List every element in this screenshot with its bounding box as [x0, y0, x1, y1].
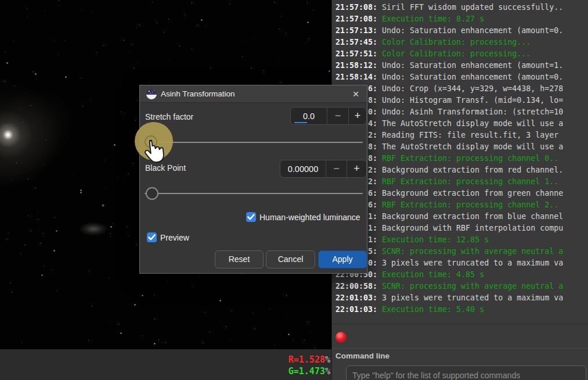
log-message: SCNR: processing with average neutral a — [382, 247, 563, 256]
log-line: 21:57:08: Execution time: 8.27 s — [336, 13, 588, 25]
log-message: 3 pixels were truncated to a maximum va — [382, 259, 563, 267]
log-timestamp: 21:57:45: — [336, 37, 377, 48]
log-message: Background extraction from blue channel — [382, 212, 563, 221]
pixel-rgb-readout: R=1.528% G=1.473% — [288, 354, 330, 377]
preview-checkbox[interactable] — [147, 232, 157, 242]
red-value: R=1.528 — [288, 354, 325, 365]
reset-button[interactable]: Reset — [215, 250, 264, 268]
log-message: Background with RBF interpolation compu — [382, 224, 563, 232]
human-weighted-label[interactable]: Human-weighted luminance — [259, 213, 360, 222]
log-message: SCNR: processing with average neutral a — [382, 282, 563, 291]
log-message: Siril FFT wisdom updated successfully.. — [382, 3, 563, 12]
human-weighted-checkbox[interactable] — [246, 212, 256, 222]
log-message: Background extraction from red channel. — [382, 166, 563, 174]
asinh-transformation-dialog: Asinh Transformation × Stretch factor 0.… — [139, 85, 367, 274]
green-value: G=1.473 — [288, 366, 325, 377]
log-line: 0: 3 pixels were truncated to a maximum … — [336, 257, 588, 269]
black-point-minus-button[interactable]: − — [326, 160, 347, 177]
log-line: 21:58:14: Undo: Saturation enhancement (… — [336, 71, 588, 83]
stretch-slider-track[interactable] — [145, 142, 363, 143]
faint-galaxy — [73, 218, 114, 239]
red-value-line: R=1.528% — [288, 354, 330, 365]
log-line: 5: SCNR: processing with average neutral… — [336, 246, 588, 257]
log-line: 1: Background extraction from blue chann… — [336, 211, 588, 223]
viewer-statusbar: R=1.528% G=1.473% — [0, 349, 331, 380]
siril-window: R=1.528% G=1.473% 21:57:08: Siril FFT wi… — [0, 0, 588, 380]
bright-stars-layer — [0, 0, 1, 1]
log-timestamp: 21:57:08: — [336, 2, 377, 13]
black-point-plus-button[interactable]: + — [347, 160, 366, 177]
log-line: 8: The AutoStretch display mode will use… — [336, 141, 588, 153]
stretch-factor-label: Stretch factor — [145, 112, 193, 121]
log-line: 6: RBF Extraction: processing channel 2.… — [336, 199, 588, 211]
log-line: 4: The AutoStretch display mode will use… — [336, 118, 588, 130]
log-message: Undo: Saturation enhancement (amount=0. — [382, 73, 563, 81]
hand-cursor-icon — [141, 137, 168, 170]
log-message: Reading FITS: file result.fit, 3 layer — [382, 131, 558, 139]
record-icon[interactable] — [336, 332, 347, 343]
log-timestamp: 21:58:12: — [336, 60, 377, 71]
log-timestamp: 21:57:13: — [336, 25, 377, 37]
log-output[interactable]: 21:57:08: Siril FFT wisdom updated succe… — [332, 0, 588, 324]
log-line: 22:00:50: Execution time: 4.85 s — [336, 269, 588, 281]
log-line: 1: Execution time: 12.85 s — [336, 234, 588, 246]
log-line: 2: Reading FITS: file result.fit, 3 laye… — [336, 130, 588, 141]
log-message: Execution time: 5.40 s — [382, 305, 484, 314]
log-message: RBF Extraction: processing channel 1.. — [382, 177, 558, 186]
log-timestamp: 21:58:14: — [336, 71, 377, 83]
log-line: 21:57:13: Undo: Saturation enhancement (… — [336, 25, 588, 37]
black-point-value: 0.00000 — [288, 164, 318, 174]
stretch-factor-value-field[interactable]: 0.0 — [291, 107, 327, 124]
log-line: 21:57:08: Siril FFT wisdom updated succe… — [336, 2, 588, 13]
log-message: The AutoStretch display mode will use a — [382, 119, 563, 128]
green-value-line: G=1.473% — [288, 365, 330, 377]
log-message: Undo: Saturation enhancement (amount=1. — [382, 61, 563, 70]
log-line: 21:57:51: Color Calibration: processing.… — [336, 48, 588, 60]
log-line: 22:01:03: 3 pixels were truncated to a m… — [336, 292, 588, 304]
log-message: Undo: Crop (x=344, y=329, w=4438, h=278 — [382, 84, 563, 93]
log-message: The AutoStretch display mode will use a — [382, 142, 563, 151]
log-message: Execution time: 4.85 s — [382, 270, 484, 279]
log-timestamp: 21:57:08: — [336, 13, 377, 25]
log-message: Execution time: 12.85 s — [382, 235, 489, 244]
log-message: 3 pixels were truncated to a maximum va — [382, 293, 563, 302]
black-point-slider-track[interactable] — [145, 193, 363, 194]
log-line: 21:58:12: Undo: Saturation enhancement (… — [336, 60, 588, 71]
console-panel: 21:57:08: Siril FFT wisdom updated succe… — [331, 0, 588, 380]
red-unit: % — [325, 354, 330, 365]
log-message: Color Calibration: processing... — [382, 49, 531, 58]
black-point-value-field[interactable]: 0.00000 — [280, 160, 326, 177]
dialog-titlebar[interactable]: Asinh Transformation × — [140, 85, 367, 103]
log-line: 8: Undo: Histogram Transf. (mid=0.134, l… — [336, 95, 588, 106]
log-message: Color Calibration: processing... — [382, 38, 531, 46]
log-line: 22:01:03: Execution time: 5.40 s — [336, 304, 588, 316]
log-line: 6: Undo: Crop (x=344, y=329, w=4438, h=2… — [336, 83, 588, 95]
checkmark-icon — [148, 234, 156, 241]
stretch-factor-spinbox: 0.0 − + — [290, 107, 367, 125]
log-message: RBF Extraction: processing channel 2.. — [382, 200, 558, 209]
log-line: 6: Background extraction from green chan… — [336, 188, 588, 199]
log-line: 1: Background with RBF interpolation com… — [336, 223, 588, 234]
divider — [332, 348, 588, 349]
log-message: Undo: Saturation enhancement (amount=0. — [382, 26, 563, 35]
apply-button[interactable]: Apply — [318, 250, 367, 268]
cancel-button[interactable]: Cancel — [266, 250, 315, 268]
preview-label[interactable]: Preview — [160, 233, 189, 242]
stretch-minus-button[interactable]: − — [327, 107, 349, 124]
close-icon[interactable]: × — [348, 87, 363, 102]
log-line: 0: Undo: Asinh Transformation: (stretch=… — [336, 106, 588, 118]
log-timestamp: 22:01:03: — [336, 304, 377, 316]
log-timestamp: 22:00:58: — [336, 281, 377, 292]
stretch-plus-button[interactable]: + — [349, 107, 366, 124]
black-point-slider-handle[interactable] — [146, 187, 158, 200]
log-toolbar — [332, 324, 588, 348]
command-input[interactable] — [346, 365, 586, 380]
log-timestamp: 22:01:03: — [336, 292, 377, 304]
command-line-label: Command line — [336, 352, 389, 360]
dialog-title: Asinh Transformation — [161, 89, 235, 98]
log-line: 21:57:45: Color Calibration: processing.… — [336, 37, 588, 48]
green-unit: % — [325, 366, 330, 377]
log-message: Execution time: 8.27 s — [382, 15, 484, 23]
log-message: Background extraction from green channe — [382, 189, 563, 198]
log-line: 2: Background extraction from red channe… — [336, 164, 588, 176]
